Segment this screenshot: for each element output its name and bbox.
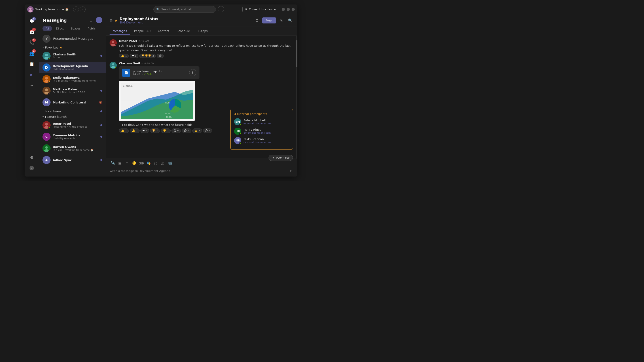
reaction-c5[interactable]: 👎1 <box>161 128 170 133</box>
umar-message-group: Umar Patel 8:12 AM I think we should all… <box>110 39 294 58</box>
peek-icon: 👁 <box>272 156 274 159</box>
tab-apps[interactable]: + Apps <box>194 27 211 35</box>
tab-public[interactable]: Public <box>84 26 98 31</box>
reaction-thumbsup[interactable]: 👍1 <box>119 54 129 58</box>
favorites-section[interactable]: ▾ Favorites ★ <box>39 44 106 50</box>
tab-schedule[interactable]: Schedule <box>173 27 193 35</box>
meet-msg-button[interactable]: 📹 <box>167 160 173 166</box>
conv-item-emily[interactable]: Emily Nakagawa In a meeting • Working fr… <box>39 73 106 85</box>
henry-online <box>239 133 241 135</box>
sidebar-item-activity[interactable]: ▶ <box>27 70 37 79</box>
conv-item-dev-agenda[interactable]: D Development Agenda ENG Deployment <box>39 62 106 73</box>
nav-forward-button[interactable]: › <box>80 6 86 12</box>
user-avatar[interactable] <box>27 6 34 12</box>
sticker-button[interactable]: 🎭 <box>145 160 152 166</box>
local-team-section[interactable]: › Local team <box>39 108 106 114</box>
chat-settings-icon[interactable]: ⚙ <box>110 18 113 22</box>
favorites-label: Favorites <box>45 46 58 49</box>
compose-button[interactable]: + <box>96 17 102 23</box>
chat-star-icon[interactable]: ★ <box>114 18 118 22</box>
sidebar-item-more[interactable]: ··· <box>27 80 37 90</box>
sidebar-item-contacts[interactable]: 📋 <box>27 59 37 69</box>
filter-button[interactable]: ☰ <box>88 17 94 23</box>
expand-icon[interactable]: ⤡ <box>278 17 285 24</box>
screenshare-icon[interactable]: ⊡ <box>253 17 260 24</box>
svg-point-10 <box>45 88 48 91</box>
selena-company: externalcompany.com <box>244 122 270 125</box>
file-attachment[interactable]: 📄 project-roadmap.doc 24 KB • ✓ Safe ⬇ <box>119 66 200 79</box>
tab-messages[interactable]: Messages <box>110 27 130 35</box>
sidebar-item-people[interactable]: 👥 1 <box>27 48 37 58</box>
safe-badge: ✓ Safe <box>144 73 152 76</box>
conv-item-darren[interactable]: Darren Owens In a call • Working from ho… <box>39 143 106 154</box>
conv-item-adhoc[interactable]: A Adhoc Sync <box>39 154 106 166</box>
send-button[interactable]: ➤ <box>288 168 294 174</box>
font-button[interactable]: T <box>124 160 130 166</box>
reaction-c1[interactable]: 👍1 <box>119 128 129 133</box>
recommended-item[interactable]: ⚡ Recommended Messages <box>39 33 106 44</box>
nav-back-button[interactable]: ‹ <box>73 6 79 12</box>
meet-button[interactable]: Meet <box>262 17 276 23</box>
conv-item-umar[interactable]: Umar Patel Presenting • At the office 🖥 <box>39 119 106 131</box>
image-button[interactable]: 🖼 <box>160 160 166 166</box>
conv-item-marketing[interactable]: M Marketing Collateral 🔕 <box>39 96 106 108</box>
gif-button[interactable]: GIF <box>138 160 144 166</box>
file-size: 24 KB <box>133 73 140 76</box>
maximize-button[interactable] <box>287 8 290 11</box>
common-info: Common Metrics Usability research <box>53 134 98 140</box>
clarissa-name: Clarissa Smith <box>53 53 98 56</box>
sidebar-item-chat[interactable]: 💬 5 <box>27 16 37 26</box>
conv-item-common[interactable]: C Common Metrics Usability research <box>39 131 106 143</box>
tab-spaces[interactable]: Spaces <box>68 26 84 31</box>
nikki-name: Nikki Brennan <box>244 137 270 141</box>
reaction-trophy[interactable]: 🏆🏆🏆3 <box>139 54 156 58</box>
dev-agenda-info: Development Agenda ENG Deployment <box>53 64 102 71</box>
reaction-c8[interactable]: 🙏3 <box>192 128 202 133</box>
reaction-heart[interactable]: ❤️1 <box>130 54 138 58</box>
search-messages-icon[interactable]: 🔍 <box>287 17 294 24</box>
feature-launch-section[interactable]: ▾ Feature launch <box>39 114 106 119</box>
sidebar-bottom: ⚙ ? <box>27 152 37 175</box>
reaction-c4[interactable]: 🏆7 <box>150 128 160 133</box>
tab-people[interactable]: People (30) <box>131 27 154 35</box>
chat-subtitle[interactable]: ENG Deployment <box>120 21 158 24</box>
window-controls <box>282 8 295 11</box>
attach-button[interactable]: 📎 <box>110 160 116 166</box>
matthew-badge <box>100 90 102 92</box>
conv-item-clarissa[interactable]: Clarissa Smith Active <box>39 50 106 62</box>
chat-scrollbar[interactable] <box>296 36 298 159</box>
close-button[interactable] <box>292 8 295 11</box>
tab-content[interactable]: Content <box>155 27 173 35</box>
peek-mode-button[interactable]: 👁 Peek mode <box>268 155 293 161</box>
add-button[interactable]: + <box>218 6 224 12</box>
svg-point-7 <box>45 77 48 79</box>
sidebar-item-calls[interactable]: 📞 1 <box>27 37 37 47</box>
file-icon: 📄 <box>122 69 130 77</box>
reaction-c3[interactable]: ❤️1 <box>140 128 149 133</box>
message-input[interactable] <box>110 169 288 173</box>
reaction-smile[interactable]: 😊 <box>157 54 164 58</box>
sidebar-item-calendar[interactable]: 📅 1 <box>27 27 37 37</box>
sidebar-item-settings[interactable]: ⚙ <box>27 152 37 162</box>
download-button[interactable]: ⬇ <box>189 69 196 76</box>
search-bar[interactable]: 🔍 Search, meet, and call <box>154 6 216 13</box>
conv-item-matthew[interactable]: Matthew Baker Do Not Disturb until 16:00 <box>39 85 106 96</box>
emoji-button[interactable]: 😊 <box>131 160 137 166</box>
chat-header: ⚙ ★ Deployment Status ENG Deployment ⊡ M… <box>106 14 298 27</box>
msg-list: ⚡ Recommended Messages ▾ Favorites ★ <box>39 33 106 177</box>
connect-device-button[interactable]: 🖥 Connect to a device <box>242 7 278 12</box>
reaction-c2[interactable]: 👍2 <box>130 128 140 133</box>
mention-button[interactable]: @ <box>152 160 159 166</box>
ext-person-henry: HR Henry Riggs externalcompany.com <box>234 128 289 135</box>
reaction-c9[interactable]: 😮1 <box>203 128 212 133</box>
sidebar-item-help[interactable]: ? <box>27 163 37 173</box>
minimize-button[interactable] <box>282 8 285 11</box>
format-button[interactable]: ▣ <box>117 160 123 166</box>
umar-info: Umar Patel Presenting • At the office 🖥 <box>53 122 98 128</box>
reaction-c6[interactable]: 😊6 <box>172 128 181 133</box>
tab-direct[interactable]: Direct <box>53 26 67 31</box>
tab-all[interactable]: All <box>42 26 52 31</box>
nikki-info: Nikki Brennan externalcompany.com <box>244 137 270 144</box>
reaction-c7[interactable]: 😂9 <box>182 128 192 133</box>
clarissa-status-text: Active <box>53 56 98 59</box>
